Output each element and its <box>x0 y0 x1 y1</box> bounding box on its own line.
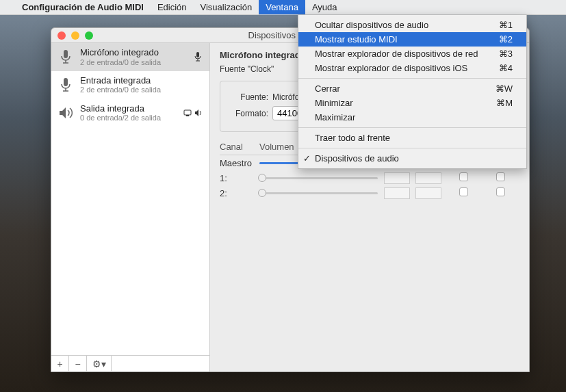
menu-visualizacion[interactable]: Visualización <box>194 0 259 14</box>
dd-cerrar[interactable]: Cerrar⌘W <box>298 81 526 96</box>
svg-rect-6 <box>64 78 68 86</box>
minimize-button[interactable] <box>71 31 79 40</box>
db-input <box>415 187 441 199</box>
sidebar: Micrófono integrado 2 de entrada/0 de sa… <box>51 43 210 371</box>
mute-checkbox[interactable] <box>459 187 468 196</box>
thru-checkbox[interactable] <box>496 187 505 196</box>
dd-explorador-red[interactable]: Mostrar explorador de dispositivos de re… <box>298 47 526 61</box>
device-sub: 2 de entrada/0 de salida <box>80 58 188 67</box>
dd-minimizar[interactable]: Minimizar⌘M <box>298 96 526 110</box>
close-button[interactable] <box>57 31 66 40</box>
maximize-button[interactable] <box>85 31 93 40</box>
table-row-1: 1: <box>220 170 519 185</box>
menu-dropdown: Ocultar dispositivos de audio⌘1 Mostrar … <box>298 15 527 169</box>
check-icon: ✓ <box>303 153 311 164</box>
device-name: Entrada integrada <box>80 75 203 86</box>
db-input <box>415 172 441 184</box>
channel-label: Maestro <box>220 158 259 168</box>
add-device-button[interactable]: + <box>51 356 69 372</box>
svg-rect-0 <box>64 50 68 58</box>
dd-traer-al-frente[interactable]: Traer todo al frente <box>298 131 526 145</box>
remove-device-button[interactable]: − <box>69 356 87 372</box>
dd-ocultar-dispositivos[interactable]: Ocultar dispositivos de audio⌘1 <box>298 18 526 32</box>
device-item-salida[interactable]: Salida integrada 0 de entrada/2 de salid… <box>51 99 209 127</box>
device-name: Micrófono integrado <box>80 47 188 58</box>
device-item-mic-integrado[interactable]: Micrófono integrado 2 de entrada/0 de sa… <box>51 43 209 71</box>
svg-rect-9 <box>184 110 191 115</box>
source-label: Fuente: <box>227 92 268 102</box>
dd-mostrar-estudio-midi[interactable]: Mostrar estudio MIDI⌘2 <box>298 32 526 47</box>
dd-dispositivos-audio[interactable]: ✓Dispositivos de audio <box>298 151 526 166</box>
microphone-icon <box>57 76 75 94</box>
dd-separator <box>298 78 526 79</box>
device-sub: 2 de entrada/0 de salida <box>80 86 203 94</box>
col-canal: Canal <box>220 142 259 152</box>
menu-ayuda[interactable]: Ayuda <box>305 0 344 14</box>
dd-separator <box>298 127 526 128</box>
svg-rect-10 <box>186 115 189 116</box>
sidebar-toolbar: + − ⚙︎▾ <box>51 355 209 371</box>
mute-checkbox[interactable] <box>459 172 468 181</box>
menu-edicion[interactable]: Edición <box>151 0 194 14</box>
svg-rect-3 <box>196 52 199 57</box>
volume-slider <box>259 173 378 183</box>
channel-label: 2: <box>220 188 259 198</box>
valor-input <box>384 187 410 199</box>
output-indicator-icon <box>183 109 203 117</box>
input-indicator-icon <box>193 51 203 62</box>
dd-maximizar[interactable]: Maximizar <box>298 110 526 125</box>
speaker-icon <box>57 104 75 122</box>
gear-menu-button[interactable]: ⚙︎▾ <box>87 356 112 372</box>
device-item-entrada[interactable]: Entrada integrada 2 de entrada/0 de sali… <box>51 71 209 99</box>
valor-input <box>384 172 410 184</box>
volume-slider <box>259 188 378 198</box>
channel-label: 1: <box>220 173 259 183</box>
menubar: Configuración de Audio MIDI Edición Visu… <box>0 0 566 15</box>
device-list: Micrófono integrado 2 de entrada/0 de sa… <box>51 43 209 355</box>
table-row-2: 2: <box>220 185 519 200</box>
dd-separator <box>298 148 526 148</box>
menu-app[interactable]: Configuración de Audio MIDI <box>15 0 151 14</box>
dd-explorador-ios[interactable]: Mostrar explorador de dispositivos iOS⌘4 <box>298 61 526 75</box>
device-sub: 0 de entrada/2 de salida <box>80 114 178 122</box>
microphone-icon <box>57 48 75 66</box>
format-label: Formato: <box>227 109 268 118</box>
device-name: Salida integrada <box>80 103 178 114</box>
thru-checkbox[interactable] <box>496 172 505 181</box>
menu-ventana[interactable]: Ventana <box>259 0 305 14</box>
